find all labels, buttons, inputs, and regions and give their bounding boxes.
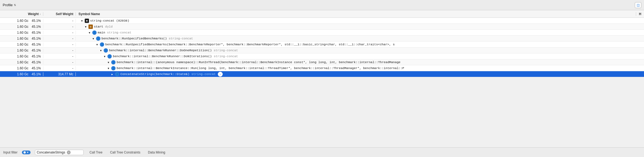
cell-weight: 1.60 Gc45.1% [0,72,43,76]
filter-input-text: ConcatenateStrings [37,151,65,154]
cell-self-weight: - [43,66,76,70]
weight-percent: 45.1% [31,25,41,29]
cell-weight: 1.60 Gc45.1% [0,60,43,64]
cell-weight: 1.60 Gc45.1% [0,54,43,58]
triangle-open-icon [85,25,87,29]
weight-percent: 45.1% [31,54,41,58]
cell-self-weight: - [43,25,76,29]
table-row[interactable]: 1.60 Gc45.1%-👤benchmark::RunSpecifiedBen… [0,42,644,47]
cell-weight: 1.60 Gc45.1% [0,49,43,52]
cell-weight: 1.60 Gc45.1% [0,66,43,70]
filter-badge-dot [24,151,26,153]
column-h: H [636,12,644,16]
data-mining-tab[interactable]: Data Mining [146,150,167,155]
call-tree-tab[interactable]: Call Tree [88,150,104,155]
cell-symbol: 👤mainstring-concat [76,30,644,35]
triangle-open-icon [100,49,103,52]
symbol-lib-text: string-concat [214,49,238,52]
triangle-open-icon [108,60,110,64]
filter-badge[interactable]: ▼ [22,151,31,154]
table-row[interactable]: 1.60 Gc45.1%-👤benchmark::internal::(anon… [0,59,644,65]
input-filter-label: Input filter [3,151,18,154]
table-row[interactable]: 1.60 Gc45.1%-👤benchmark::RunSpecifiedBen… [0,36,644,42]
self-weight-value: - [72,66,73,70]
toolbar: Profile ⇅ ◫ [0,0,644,10]
symbol-lib-text: string-concat [214,54,238,58]
weight-value: 1.60 Gc [14,60,28,64]
cell-self-weight: - [43,60,76,64]
self-weight-value: - [72,49,73,52]
person-icon: 👤 [104,48,108,53]
triangle-open-icon [104,54,106,58]
cell-self-weight: - [43,43,76,46]
weight-value: 1.60 Gc [14,19,28,23]
cell-self-weight: - [43,37,76,40]
weight-sort-icon: ↓ [40,12,41,15]
table-row[interactable]: 1.60 Gc45.1%-⊞startdyld [0,24,644,30]
sidebar-icon: ◫ [637,3,640,7]
cell-symbol: 👤ConcatenateStrings(benchmark::State&)st… [76,72,644,77]
column-self-weight[interactable]: Self Weight [43,12,76,16]
filter-clear-button[interactable]: × [67,151,71,154]
weight-value: 1.60 Gc [14,66,28,70]
clear-icon: × [68,151,69,154]
cell-symbol: 👤benchmark::internal::BenchmarkRunner::D… [76,48,644,53]
table-row[interactable]: 1.60 Gc45.1%-👤benchmark::internal::Bench… [0,65,644,71]
profile-chevron-icon: ⇅ [14,4,16,6]
table-row[interactable]: 1.60 Gc45.1%-👤benchmark::internal::Bench… [0,53,644,59]
table-header: Weight ↓ Self Weight Symbol Name H [0,10,644,18]
symbol-name-text: benchmark::RunSpecifiedBenchmarks(benchm… [105,43,395,46]
weight-value: 1.60 Gc [14,72,28,76]
weight-value: 1.60 Gc [14,54,28,58]
person-icon: 👤 [111,66,116,70]
symbol-name-text: main [98,31,105,34]
table-row[interactable]: 1.60 Gc45.1%-■string-concat (82038) [0,18,644,24]
cell-weight: 1.60 Gc45.1% [0,31,43,35]
cell-symbol: 👤benchmark::internal::(anonymous namespa… [76,60,644,64]
symbol-name-label: Symbol Name [78,12,100,16]
filter-badge-chevron-icon: ▼ [27,151,29,154]
weight-percent: 45.1% [31,66,41,70]
weight-percent: 45.1% [31,19,41,23]
cell-self-weight: - [43,54,76,58]
self-weight-value: - [72,60,73,64]
table-row[interactable]: 1.60 Gc45.1%-👤mainstring-concat [0,30,644,36]
weight-value: 1.60 Gc [14,25,28,29]
triangle-open-icon [93,37,95,40]
self-weight-value: - [72,31,73,35]
weight-value: 1.60 Gc [14,37,28,40]
weight-label: Weight [28,12,39,16]
symbol-name-text: start [94,25,103,28]
table-row[interactable]: 1.60 Gc45.1%-👤benchmark::internal::Bench… [0,47,644,53]
cell-symbol: 👤benchmark::internal::BenchmarkRunner::D… [76,54,644,59]
sidebar-toggle-button[interactable]: ◫ [635,2,641,8]
triangle-open-icon [81,19,84,23]
profile-menu[interactable]: Profile ⇅ [3,3,16,7]
symbol-name-text: benchmark::RunSpecifiedBenchmarks() [101,37,167,40]
symbol-name-text: benchmark::internal::BenchmarkInstance::… [117,66,404,70]
person-icon: 👤 [100,42,104,47]
table-row[interactable]: 1.60 Gc45.1%314.77 Mc👤ConcatenateStrings… [0,71,644,77]
weight-percent: 45.1% [31,43,41,46]
self-weight-value: - [72,43,73,46]
cell-self-weight: - [43,49,76,52]
weight-percent: 45.1% [31,72,41,76]
symbol-name-text: benchmark::internal::BenchmarkRunner::Do… [109,49,212,52]
app-icon: ■ [85,19,89,23]
symbol-lib-text: string-concat [169,37,193,40]
cell-symbol: ⊞startdyld [76,25,644,29]
self-weight-value: - [72,19,73,23]
column-weight[interactable]: Weight ↓ [0,12,43,16]
weight-value: 1.60 Gc [14,43,28,46]
symbol-lib-text: string-concat [191,72,216,76]
navigate-arrow-icon[interactable]: › [218,72,223,77]
self-weight-value: 314.77 Mc [58,72,73,76]
filter-input-area[interactable]: ConcatenateStrings × [35,150,84,155]
weight-percent: 45.1% [31,60,41,64]
column-symbol-name[interactable]: Symbol Name [76,12,636,16]
cell-symbol: 👤benchmark::RunSpecifiedBenchmarks(bench… [76,42,644,47]
box-icon: ⊞ [88,25,93,29]
triangle-closed-icon [111,72,114,76]
call-tree-constraints-tab[interactable]: Call Tree Constraints [109,150,142,155]
cell-weight: 1.60 Gc45.1% [0,43,43,46]
